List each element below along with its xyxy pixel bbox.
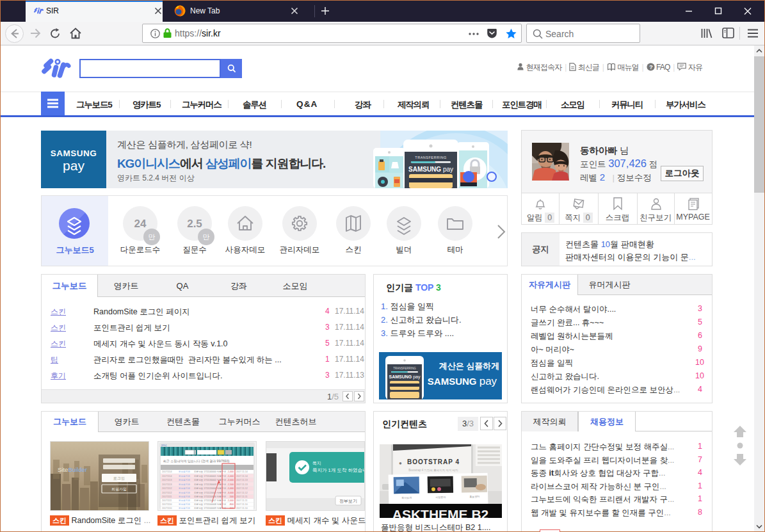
svg-text:2017.11.12: 2017.11.12 — [236, 492, 248, 494]
svg-text:20171113: 20171113 — [162, 483, 172, 486]
svg-text:2017.11.13: 2017.11.13 — [236, 479, 248, 481]
svg-text:20171111: 20171111 — [162, 499, 172, 502]
svg-text:주문번호 1711140001 상품구매: 주문번호 1711140001 상품구매 — [194, 474, 227, 478]
svg-text:2017.11.10: 2017.11.10 — [236, 503, 248, 506]
svg-text:2017.11.11: 2017.11.11 — [236, 496, 247, 498]
svg-text:-2,000: -2,000 — [227, 479, 234, 481]
svg-text:회사소개: 회사소개 — [401, 496, 412, 499]
svg-text:Bootstrap 4 기반의 홈페이지 제작 테마: Bootstrap 4 기반의 홈페이지 제작 테마 — [408, 469, 458, 472]
svg-text:계산은 심플하게: 계산은 심플하게 — [439, 361, 500, 371]
svg-text:SAMSUNG pay: SAMSUNG pay — [389, 375, 421, 380]
svg-text:만: 만 — [203, 233, 210, 241]
svg-text:전부보기: 전부보기 — [339, 499, 357, 503]
svg-text:SAMSUNG pay: SAMSUNG pay — [428, 375, 497, 387]
svg-text:2017.11.11: 2017.11.11 — [236, 499, 247, 502]
svg-text:포인트지급: 포인트지급 — [179, 503, 190, 506]
svg-text:포인트지급: 포인트지급 — [179, 474, 190, 478]
svg-text:쪽지: 쪽지 — [312, 461, 321, 465]
svg-text:주문번호 1711130002 상품구매: 주문번호 1711130002 상품구매 — [194, 478, 227, 481]
svg-text:20171110: 20171110 — [162, 507, 172, 510]
svg-text:BOOTSTRAP 4: BOOTSTRAP 4 — [407, 458, 460, 465]
svg-text:주문번호 1711120004 상품구매: 주문번호 1711120004 상품구매 — [194, 487, 227, 490]
svg-text:[3%]: [3%] — [161, 444, 166, 447]
svg-text:-1,000: -1,000 — [227, 475, 234, 478]
svg-text:주문번호 1711140000 상품구매: 주문번호 1711140000 상품구매 — [194, 470, 227, 473]
svg-text:최근 쇼핑내역에 있습니다 (검색 결과 99/7693): 최근 쇼핑내역에 있습니다 (검색 결과 99/7693) — [163, 459, 230, 463]
svg-text:20171114: 20171114 — [162, 471, 172, 473]
svg-text:20171112: 20171112 — [162, 492, 172, 494]
svg-text:-1,000: -1,000 — [227, 499, 234, 502]
svg-text:-1,000: -1,000 — [227, 471, 234, 473]
svg-text:로그인: 로그인 — [113, 476, 125, 480]
svg-text:2017.11.14: 2017.11.14 — [236, 475, 248, 478]
svg-text:SiteBuilder: SiteBuilder — [58, 466, 87, 473]
svg-text:주문번호 1711130003 상품구매: 주문번호 1711130003 상품구매 — [194, 483, 227, 486]
svg-text:포인트지급: 포인트지급 — [179, 478, 190, 481]
svg-text:TRANSFERRING: TRANSFERRING — [415, 156, 446, 159]
svg-text:-1,500: -1,500 — [227, 483, 234, 486]
svg-text:주문번호 1711110007 상품구매: 주문번호 1711110007 상품구매 — [194, 499, 226, 502]
svg-text:TRANSFERRING: TRANSFERRING — [393, 367, 416, 370]
svg-text:?: ? — [649, 64, 652, 70]
svg-text:2017.11.13: 2017.11.13 — [236, 483, 248, 486]
svg-text:포인트지급: 포인트지급 — [179, 470, 190, 473]
svg-text:홍보센터: 홍보센터 — [469, 495, 479, 498]
svg-text:포인트지급: 포인트지급 — [179, 491, 190, 494]
svg-text:포인트지급: 포인트지급 — [179, 495, 190, 498]
svg-text:포인트지급: 포인트지급 — [179, 506, 190, 510]
svg-text:만: 만 — [149, 233, 156, 241]
svg-text:주문번호 1711110006 상품구매: 주문번호 1711110006 상품구매 — [194, 495, 226, 498]
svg-text:-1,000: -1,000 — [227, 487, 234, 490]
svg-text:쪽지가 1개 도착 하였습니다: 쪽지가 1개 도착 하였습니다 — [312, 467, 364, 473]
svg-text:-500: -500 — [229, 496, 234, 498]
svg-text:포인트지급: 포인트지급 — [179, 483, 190, 486]
svg-text:20171113: 20171113 — [162, 479, 172, 481]
svg-text:2017.11.10: 2017.11.10 — [236, 507, 248, 510]
svg-text:SAMSUNG pay: SAMSUNG pay — [408, 166, 453, 173]
svg-text:ASKTHEME B2: ASKTHEME B2 — [392, 507, 489, 518]
svg-text:2.5: 2.5 — [187, 218, 202, 230]
svg-text:-800: -800 — [229, 503, 234, 506]
svg-text:회원가입: 회원가입 — [111, 487, 127, 491]
svg-text:2017.11.14: 2017.11.14 — [236, 471, 248, 473]
svg-text:-3,000: -3,000 — [227, 492, 234, 494]
svg-text:24: 24 — [134, 218, 147, 230]
svg-text:주문번호 1711100008 상품구매: 주문번호 1711100008 상품구매 — [194, 503, 227, 506]
svg-text:주문번호 1711120005 상품구매: 주문번호 1711120005 상품구매 — [194, 491, 227, 494]
svg-text:20171112: 20171112 — [162, 487, 172, 490]
svg-text:포인트지급: 포인트지급 — [179, 487, 190, 490]
svg-text:포인트지급: 포인트지급 — [179, 499, 190, 502]
svg-text:사업분야: 사업분야 — [435, 496, 446, 499]
svg-text:20171110: 20171110 — [162, 503, 172, 506]
svg-text:주문번호 1711100009 상품구매: 주문번호 1711100009 상품구매 — [194, 506, 227, 510]
svg-text:●: ● — [399, 460, 402, 466]
svg-text:2017.11.12: 2017.11.12 — [236, 487, 248, 490]
svg-text:20171111: 20171111 — [162, 496, 172, 498]
svg-text:20171114: 20171114 — [162, 475, 172, 478]
